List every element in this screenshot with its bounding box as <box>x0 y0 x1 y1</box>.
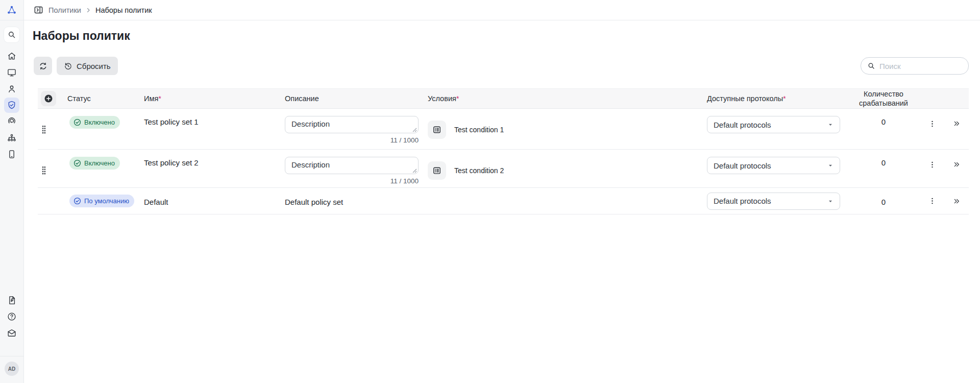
sitemap-icon <box>7 133 17 143</box>
policy-set-description: Default policy set <box>281 196 424 206</box>
chevrons-right-icon <box>952 160 961 169</box>
row-menu-button[interactable] <box>924 157 940 172</box>
sidebar-item-mobile[interactable] <box>4 147 19 162</box>
logo-icon <box>6 5 17 16</box>
condition-name[interactable]: Test condition 2 <box>454 166 504 175</box>
column-header-conditions: Условия* <box>424 94 704 103</box>
policy-set-name: Default <box>139 196 281 206</box>
row-expand-button[interactable] <box>949 194 964 209</box>
policy-sets-table: Статус Имя* Описание Условия* Доступные … <box>38 88 969 214</box>
user-icon <box>7 84 17 94</box>
chevron-right-icon <box>85 7 91 13</box>
condition-list-icon <box>432 165 442 176</box>
check-circle-icon <box>74 159 81 167</box>
chevrons-right-icon <box>952 197 961 205</box>
row-menu-button[interactable] <box>924 116 940 131</box>
sidebar-bottom <box>4 293 19 341</box>
required-asterisk: * <box>158 94 161 103</box>
table-row: Включено Test policy set 2 Description 1… <box>38 150 969 188</box>
shield-check-icon <box>7 100 17 110</box>
license-document-icon <box>7 295 17 305</box>
status-badge-label: По умолчанию <box>84 197 129 205</box>
sidebar: AD <box>0 0 24 383</box>
help-circle-icon <box>7 312 17 322</box>
required-asterisk: * <box>456 94 459 103</box>
condition-list-icon <box>432 125 442 135</box>
trigger-count: 0 <box>847 116 920 126</box>
trigger-count: 0 <box>847 196 920 206</box>
status-badge: Включено <box>69 116 120 129</box>
check-circle-icon <box>74 118 81 126</box>
kebab-menu-icon <box>928 119 937 128</box>
row-expand-button[interactable] <box>949 116 964 131</box>
chevron-down-icon <box>827 198 834 204</box>
main-area: Политики Наборы политик Наборы политик <box>24 0 980 383</box>
sidebar-nav <box>4 49 19 162</box>
char-counter: 11 / 1000 <box>390 136 419 144</box>
home-icon <box>7 51 17 61</box>
search-icon <box>867 62 875 70</box>
sidebar-item-devices[interactable] <box>4 65 19 80</box>
history-icon <box>64 62 72 70</box>
sidebar-item-users[interactable] <box>4 81 19 97</box>
search-input[interactable] <box>879 62 962 70</box>
column-header-status: Статус <box>58 94 139 103</box>
sidebar-item-help[interactable] <box>4 309 19 324</box>
refresh-button[interactable] <box>34 57 52 75</box>
breadcrumb: Политики Наборы политик <box>48 6 152 14</box>
reset-button-label: Сбросить <box>77 62 111 70</box>
trigger-count: 0 <box>847 157 920 167</box>
protocols-select[interactable]: Default protocols <box>707 157 840 174</box>
search-box <box>861 57 969 75</box>
sidebar-item-structure[interactable] <box>4 130 19 146</box>
search-icon <box>7 30 16 39</box>
sidebar-item-home[interactable] <box>4 49 19 64</box>
column-header-protocols: Доступные протоколы* <box>704 94 847 103</box>
mail-icon <box>7 328 17 338</box>
tablet-icon <box>7 149 17 159</box>
sidebar-search-button[interactable] <box>4 27 19 42</box>
status-badge-label: Включено <box>84 118 115 126</box>
column-header-name: Имя* <box>139 94 281 103</box>
description-textarea[interactable]: Description <box>285 116 419 133</box>
user-avatar[interactable]: AD <box>5 362 19 376</box>
chevrons-right-icon <box>952 119 961 128</box>
protocols-select-value: Default protocols <box>714 197 827 205</box>
condition-button[interactable] <box>428 121 446 139</box>
app-logo[interactable] <box>0 0 23 20</box>
add-policy-set-button[interactable] <box>41 91 56 106</box>
condition-name[interactable]: Test condition 1 <box>454 126 504 134</box>
plus-circle-icon <box>43 93 54 104</box>
table-row: По умолчанию Default Default policy set … <box>38 188 969 214</box>
drag-handle-icon[interactable] <box>41 125 58 134</box>
refresh-icon <box>39 62 47 70</box>
chevron-down-icon <box>827 162 834 169</box>
status-badge: По умолчанию <box>69 195 134 207</box>
protocols-select-value: Default protocols <box>714 161 827 170</box>
row-expand-button[interactable] <box>949 157 964 172</box>
row-menu-button[interactable] <box>924 194 940 209</box>
drag-handle-icon[interactable] <box>41 165 58 175</box>
column-header-description: Описание <box>281 94 424 103</box>
page-title: Наборы политик <box>33 29 980 43</box>
table-header: Статус Имя* Описание Условия* Доступные … <box>38 88 969 109</box>
sidebar-item-policies[interactable] <box>4 98 19 113</box>
policy-set-name: Test policy set 2 <box>139 157 281 167</box>
table-row: Включено Test policy set 1 Description 1… <box>38 109 969 150</box>
condition-button[interactable] <box>428 161 446 180</box>
topbar: Политики Наборы политик <box>24 0 980 20</box>
sidebar-divider <box>0 356 24 356</box>
sidebar-item-license[interactable] <box>4 293 19 308</box>
description-textarea[interactable]: Description <box>285 157 419 174</box>
reset-button[interactable]: Сбросить <box>57 57 118 75</box>
protocols-select[interactable]: Default protocols <box>707 116 840 133</box>
protocols-select[interactable]: Default protocols <box>707 193 840 210</box>
sidebar-item-feedback[interactable] <box>4 325 19 341</box>
toolbar: Сбросить <box>34 57 969 75</box>
sidebar-item-sensors[interactable] <box>4 114 19 129</box>
kebab-menu-icon <box>928 160 937 169</box>
chevron-down-icon <box>827 122 834 128</box>
breadcrumb-parent[interactable]: Политики <box>48 6 81 14</box>
protocols-select-value: Default protocols <box>714 121 827 129</box>
sidebar-expand-button[interactable] <box>34 5 43 15</box>
